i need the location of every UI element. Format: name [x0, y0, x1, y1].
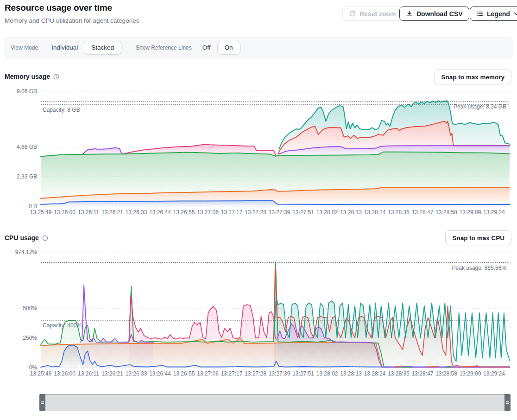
download-csv-label: Download CSV	[416, 10, 463, 18]
cpu-y-tick-label: 500%	[0, 305, 37, 312]
snap-to-max-cpu-button[interactable]: Snap to max CPU	[445, 230, 511, 245]
memory-ref-line-label: Peak usage: 8.24 GB	[454, 103, 506, 110]
reset-zoom-button[interactable]: Reset zoom	[342, 6, 403, 21]
refresh-icon	[349, 10, 356, 17]
info-icon[interactable]	[42, 235, 48, 241]
page-title: Resource usage over time	[5, 3, 112, 13]
cpu-plot-area[interactable]	[41, 250, 510, 370]
show-reference-lines-label: Show Reference Lines	[136, 45, 192, 51]
memory-x-tick-label: 13:29:24	[476, 209, 513, 216]
view-options-toolbar: View Mode Individual Stacked Show Refere…	[4, 37, 513, 58]
memory-y-tick-label: 2.33 GB	[0, 173, 37, 180]
brush-left-handle[interactable]	[39, 394, 45, 411]
view-mode-label: View Mode	[11, 45, 38, 51]
brush-track[interactable]	[46, 395, 504, 411]
legend-label: Legend	[487, 10, 510, 18]
brush-right-handle[interactable]	[504, 394, 511, 411]
download-icon	[406, 10, 413, 17]
chevron-down-icon	[514, 12, 517, 15]
cpu-chart: 974.12%500%250%0%13:25:4913:26:0013:26:1…	[0, 250, 517, 383]
legend-button[interactable]: Legend	[470, 6, 517, 21]
memory-y-tick-label: 9.06 GB	[0, 88, 37, 95]
cpu-y-tick-label: 974.12%	[0, 249, 37, 255]
page-subtitle: Memory and CPU utilization for agent cat…	[5, 17, 139, 24]
memory-ref-line-label: Capacity: 8 GB	[43, 107, 80, 113]
cpu-ref-line-label: Peak usage: 885.56%	[452, 265, 506, 271]
cpu-y-tick-label: 250%	[0, 335, 37, 341]
memory-chart: 9.06 GB4.66 GB2.33 GB0 B13:25:4913:26:00…	[0, 89, 517, 222]
legend-list-icon	[476, 10, 483, 17]
memory-title-text: Memory usage	[5, 73, 50, 80]
info-icon[interactable]	[53, 74, 59, 80]
snap-to-max-memory-button[interactable]: Snap to max memory	[434, 70, 511, 84]
memory-y-tick-label: 0 B	[0, 203, 37, 210]
memory-y-tick-label: 4.66 GB	[0, 144, 37, 150]
memory-section-title: Memory usage	[5, 73, 59, 80]
cpu-x-tick-label: 13:29:24	[476, 370, 513, 377]
view-mode-individual-option[interactable]: Individual	[49, 42, 81, 53]
memory-plot-area[interactable]	[41, 89, 510, 209]
view-mode-stacked-option[interactable]: Stacked	[84, 41, 121, 55]
cpu-section-title: CPU usage	[5, 234, 48, 242]
cpu-title-text: CPU usage	[5, 234, 39, 242]
time-range-brush[interactable]	[39, 394, 511, 411]
reset-zoom-label: Reset zoom	[359, 10, 396, 18]
reference-lines-on-option[interactable]: On	[217, 41, 240, 55]
reference-lines-off-option[interactable]: Off	[200, 42, 214, 53]
cpu-ref-line-label: Capacity: 400%	[43, 322, 82, 329]
download-csv-button[interactable]: Download CSV	[399, 6, 469, 21]
cpu-y-tick-label: 0%	[0, 364, 37, 371]
